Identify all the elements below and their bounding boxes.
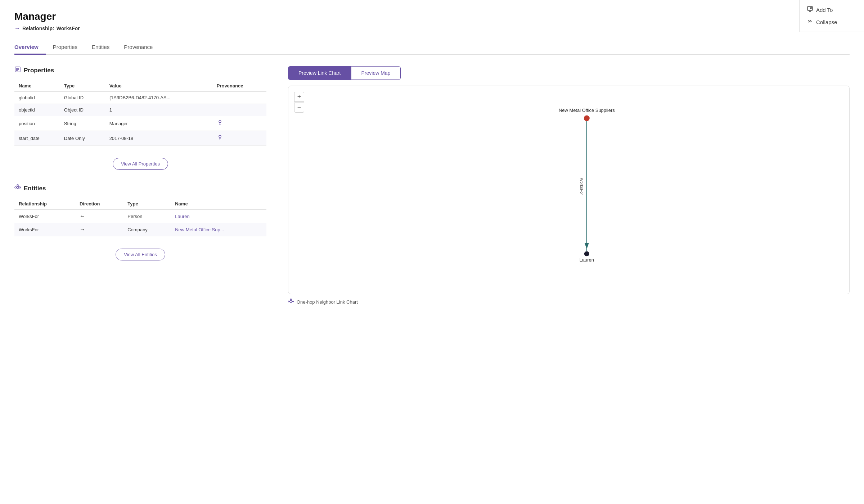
table-row: WorksFor → Company New Metal Office Sup.… [14, 223, 266, 236]
prop-name: position [14, 116, 60, 131]
edge-arrow [585, 243, 589, 249]
tab-provenance[interactable]: Provenance [124, 40, 160, 55]
svg-point-17 [17, 185, 18, 186]
zoom-in-icon: + [297, 93, 301, 101]
prop-value: 2017-08-18 [105, 131, 212, 146]
prop-type: String [60, 116, 105, 131]
collapse-label: Collapse [816, 19, 837, 25]
page-title: Manager [14, 11, 850, 22]
main-content: Properties Name Type Value Provenance gl… [14, 66, 850, 305]
prop-name: objectid [14, 104, 60, 116]
ent-type: Person [123, 210, 171, 223]
svg-point-8 [219, 121, 221, 123]
top-toolbar: Add To Collapse [799, 0, 864, 32]
svg-point-21 [290, 300, 292, 303]
col-header-provenance: Provenance [212, 80, 266, 92]
edge-label: WorksFor [580, 178, 584, 195]
table-row: objectid Object ID 1 [14, 104, 266, 116]
add-to-button[interactable]: Add To [807, 6, 857, 14]
zoom-controls: + − [294, 92, 304, 113]
tab-entities[interactable]: Entities [92, 40, 117, 55]
properties-title: Properties [24, 67, 54, 74]
prop-name: globalid [14, 92, 60, 104]
top-node[interactable] [584, 115, 590, 121]
prop-value: {1A9DB2B6-D482-4170-AA... [105, 92, 212, 104]
ent-relationship: WorksFor [14, 223, 75, 236]
prop-type: Date Only [60, 131, 105, 146]
entities-icon [14, 184, 21, 192]
view-all-entities-wrapper: View All Entities [14, 245, 266, 272]
prop-provenance [212, 131, 266, 146]
left-panel: Properties Name Type Value Provenance gl… [14, 66, 266, 305]
entities-title: Entities [24, 185, 46, 192]
zoom-in-button[interactable]: + [294, 92, 304, 102]
collapse-button[interactable]: Collapse [807, 18, 857, 26]
svg-point-14 [17, 186, 19, 189]
chart-container: + − New Metal Office Suppliers [288, 86, 850, 294]
table-row: position String Manager [14, 116, 266, 131]
svg-point-23 [293, 301, 294, 302]
provenance-icon [217, 121, 223, 127]
relationship-value: WorksFor [57, 26, 80, 31]
provenance-icon [217, 136, 223, 142]
tab-overview[interactable]: Overview [14, 40, 46, 55]
ent-col-name: Name [171, 198, 266, 210]
ent-col-type: Type [123, 198, 171, 210]
collapse-icon [807, 18, 813, 26]
table-row: WorksFor ← Person Lauren [14, 210, 266, 223]
bottom-node[interactable] [584, 251, 589, 256]
table-row: start_date Date Only 2017-08-18 [14, 131, 266, 146]
prop-name: start_date [14, 131, 60, 146]
zoom-out-icon: − [297, 104, 301, 112]
ent-name: New Metal Office Sup... [171, 223, 266, 236]
svg-point-16 [19, 187, 21, 188]
add-to-icon [807, 6, 813, 14]
preview-map-button[interactable]: Preview Map [351, 66, 401, 80]
svg-point-24 [291, 299, 292, 300]
tab-properties[interactable]: Properties [53, 40, 85, 55]
svg-point-22 [288, 301, 289, 302]
view-all-properties-button[interactable]: View All Properties [113, 158, 168, 170]
col-header-type: Type [60, 80, 105, 92]
ent-direction: ← [75, 210, 123, 223]
link-chart-svg: New Metal Office Suppliers WorksFor Laur… [288, 86, 849, 294]
prop-provenance [212, 92, 266, 104]
ent-type: Company [123, 223, 171, 236]
col-header-value: Value [105, 80, 212, 92]
view-all-properties-wrapper: View All Properties [14, 154, 266, 181]
ent-name: Lauren [171, 210, 266, 223]
bottom-node-label: Lauren [580, 257, 594, 263]
properties-heading: Properties [14, 66, 266, 74]
preview-toggle: Preview Link Chart Preview Map [288, 66, 850, 80]
prop-type: Global ID [60, 92, 105, 104]
prop-provenance [212, 116, 266, 131]
relationship-arrow: → [14, 25, 20, 32]
prop-value: 1 [105, 104, 212, 116]
col-header-name: Name [14, 80, 60, 92]
table-row: globalid Global ID {1A9DB2B6-D482-4170-A… [14, 92, 266, 104]
prop-provenance [212, 104, 266, 116]
entities-table: Relationship Direction Type Name WorksFo… [14, 198, 266, 236]
entities-heading: Entities [14, 184, 266, 192]
tabs-bar: Overview Properties Entities Provenance [14, 40, 850, 55]
add-to-label: Add To [816, 7, 833, 13]
ent-col-direction: Direction [75, 198, 123, 210]
prop-value: Manager [105, 116, 212, 131]
entity-name-link[interactable]: Lauren [175, 214, 189, 219]
entity-name-link[interactable]: New Metal Office Sup... [175, 227, 224, 232]
ent-relationship: WorksFor [14, 210, 75, 223]
footer-note: One-hop Neighbor Link Chart [288, 299, 850, 305]
svg-point-11 [219, 135, 221, 137]
entities-section: Entities Relationship Direction Type Nam… [14, 184, 266, 272]
relationship-label: Relationship: [22, 26, 54, 31]
view-all-entities-button[interactable]: View All Entities [116, 249, 165, 260]
svg-point-15 [15, 187, 16, 188]
footer-note-icon [288, 299, 294, 305]
svg-rect-0 [807, 6, 813, 10]
prop-type: Object ID [60, 104, 105, 116]
preview-link-chart-button[interactable]: Preview Link Chart [288, 66, 351, 80]
zoom-out-button[interactable]: − [294, 103, 304, 113]
properties-icon [14, 66, 21, 74]
properties-table: Name Type Value Provenance globalid Glob… [14, 80, 266, 146]
ent-direction: → [75, 223, 123, 236]
